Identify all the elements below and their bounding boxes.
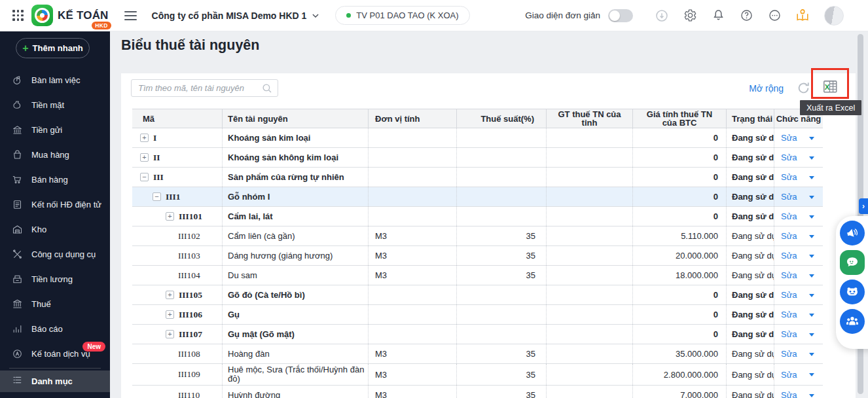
edit-link[interactable]: Sửa [781,172,797,182]
table-row[interactable]: +III106Gụ0Đang sử dụngSửa [132,305,823,325]
caret-down-icon[interactable] [809,156,814,160]
table-row[interactable]: III104Du samM33518.000.000Đang sử dụngSử… [132,266,823,285]
sidebar-item[interactable]: Báo cáo [0,316,110,341]
menu-icon[interactable] [124,11,137,20]
cell-action: Sửa [774,226,823,245]
caret-down-icon[interactable] [809,333,814,336]
sidebar-item[interactable]: Kế toán dịch vụNew [0,341,110,366]
whats-new-icon[interactable] [795,9,810,23]
notifications-icon[interactable] [711,9,725,23]
sidebar-item[interactable]: Tiền lương [0,266,110,291]
refresh-icon[interactable] [796,81,811,98]
table-row[interactable]: III102Cẩm liên (cà gần)M3355.110.000Đang… [132,226,823,246]
sidebar-item-danh-muc[interactable]: Danh mục [0,371,110,392]
cell-unit: M3 [369,246,457,265]
help-icon[interactable] [739,9,753,23]
table-row[interactable]: +III105Gõ đỏ (Cà te/Hồ bì)0Đang sử dụngS… [132,285,823,305]
sidebar-item[interactable]: Thuế [0,291,110,316]
caret-down-icon[interactable] [809,274,814,278]
table-row[interactable]: +IIKhoáng sản không kim loại0Đang sử dụn… [132,148,823,168]
table-row[interactable]: III108Hoàng đànM33535.000.000Đang sử dụn… [132,344,823,364]
cell-price: 0 [633,168,727,187]
workspace-pill[interactable]: TV P01 DAO TAO (K XOA) [335,6,469,25]
expand-icon[interactable]: + [140,134,149,142]
edit-link[interactable]: Sửa [781,370,797,380]
cell-rate [457,325,547,344]
edit-link[interactable]: Sửa [781,329,797,339]
edit-link[interactable]: Sửa [781,310,797,319]
cell-gt [547,226,633,245]
table-row[interactable]: III103Dáng hương (giáng hương)M33520.000… [132,246,823,266]
table-row[interactable]: III109Huê mộc, Sưa (Trắc thối/Huỳnh đàn … [132,364,823,386]
caret-down-icon[interactable] [809,196,814,199]
sidebar-item-label: Tiền gửi [31,125,62,135]
caret-down-icon[interactable] [809,255,814,258]
search-icon[interactable] [261,82,273,97]
chat-support-icon [844,255,860,270]
sidebar-item-label: Bán hàng [31,175,68,185]
sidebar-item[interactable]: Kho [0,217,110,242]
caret-down-icon[interactable] [809,373,814,376]
expand-icon[interactable]: + [166,310,174,319]
sidebar-item-label: Kho [31,225,46,234]
chat-support-button[interactable] [840,250,865,275]
edit-link[interactable]: Sửa [781,390,797,398]
caret-down-icon[interactable] [809,176,814,179]
edit-link[interactable]: Sửa [781,251,797,261]
sidebar-item[interactable]: Tiền gửi [0,117,110,142]
community-button[interactable] [840,309,865,334]
table-row[interactable]: +III101Cẩm lai, lát0Đang sử dụngSửa [132,207,823,226]
company-selector[interactable]: Công ty cổ phần MISA Demo HKD 1 [152,10,321,21]
caret-down-icon[interactable] [809,353,814,356]
table-row[interactable]: −III1Gỗ nhóm I0Đang sử dụngSửa [132,187,823,207]
expand-icon[interactable]: + [166,212,174,221]
collapse-icon[interactable]: − [153,192,161,201]
apps-grid-icon[interactable] [12,10,24,21]
caret-down-icon[interactable] [809,137,814,140]
edit-link[interactable]: Sửa [781,133,797,143]
caret-down-icon[interactable] [809,235,814,238]
caret-down-icon[interactable] [809,215,814,219]
cell-code: +III105 [132,285,223,304]
edit-link[interactable]: Sửa [781,153,797,162]
expand-icon[interactable]: + [166,330,174,338]
settings-icon[interactable] [683,9,697,23]
expand-icon[interactable]: + [140,153,149,162]
more-icon[interactable] [767,9,782,23]
edit-link[interactable]: Sửa [781,192,797,202]
simple-ui-toggle[interactable] [608,9,633,22]
edit-link[interactable]: Sửa [781,349,797,359]
avatar[interactable] [824,6,844,26]
cell-action: Sửa [774,207,823,226]
edit-link[interactable]: Sửa [781,211,797,221]
table-row[interactable]: III110Huỳnh đườngM3357.000.000Đang sử dụ… [132,386,823,398]
expand-link[interactable]: Mở rộng [749,83,784,94]
sidebar-item[interactable]: Bán hàng [0,167,110,192]
caret-down-icon[interactable] [809,294,814,297]
download-icon[interactable] [655,9,669,23]
caret-down-icon[interactable] [809,314,814,317]
table-row[interactable]: −IIISản phẩm của rừng tự nhiên0Đang sử d… [132,168,823,187]
edit-link[interactable]: Sửa [781,290,797,300]
cell-action: Sửa [774,168,823,187]
sidebar-item[interactable]: Tiền mặt [0,92,110,117]
sidebar-item[interactable]: Kết nối HĐ điện tử [0,192,110,217]
table-row[interactable]: +IKhoáng sản kim loại0Đang sử dụngSửa [132,128,823,148]
table-row[interactable]: +III107Gụ mật (Gõ mật)0Đang sử dụngSửa [132,325,823,344]
edit-link[interactable]: Sửa [781,231,797,241]
ai-assistant-button[interactable] [840,280,865,304]
cell-gt [547,285,633,304]
sidebar-item[interactable]: Bàn làm việc [0,67,110,92]
panel-collapse-tab[interactable]: › [859,198,868,214]
app-logo[interactable] [31,5,53,26]
edit-link[interactable]: Sửa [781,270,797,280]
expand-icon[interactable]: + [166,291,174,299]
search-box [131,79,278,97]
search-input[interactable] [138,80,256,96]
quick-add-button[interactable]: + Thêm nhanh [16,38,90,58]
sidebar-item[interactable]: Mua hàng [0,142,110,167]
sidebar-item[interactable]: Công cụ dụng cụ [0,242,110,266]
caret-down-icon[interactable] [809,394,814,397]
announcement-button[interactable] [840,221,865,245]
collapse-icon[interactable]: − [140,173,149,181]
